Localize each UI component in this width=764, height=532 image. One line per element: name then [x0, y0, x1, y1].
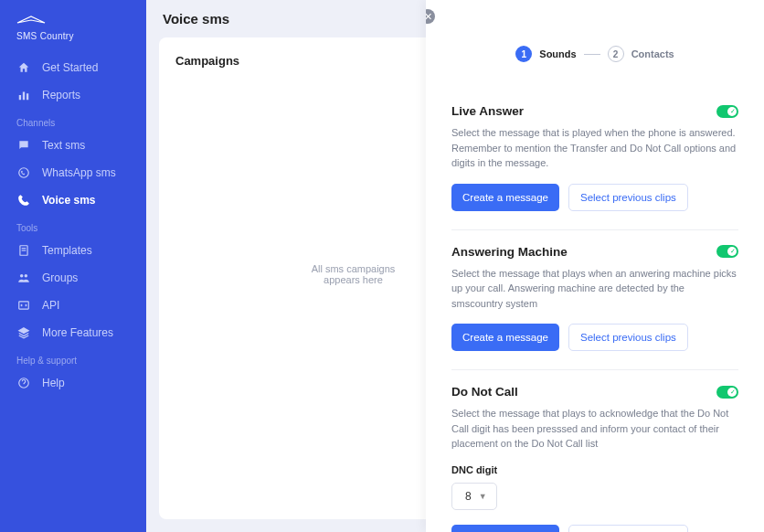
section-do-not-call: Do Not Call ✓ Select the message that pl…	[451, 370, 738, 532]
code-icon	[16, 299, 31, 312]
whatsapp-icon	[16, 166, 31, 179]
nav-voice-sms[interactable]: Voice sms	[0, 186, 146, 214]
nav-more-features[interactable]: More Features	[0, 319, 146, 346]
nav-get-started[interactable]: Get Started	[0, 54, 146, 81]
answering-machine-toggle[interactable]: ✓	[716, 245, 738, 258]
dnc-digit-value: 8	[465, 490, 472, 503]
logo-icon	[16, 15, 46, 27]
step-indicator: 1 Sounds 2 Contacts	[451, 46, 738, 62]
nav-text-sms[interactable]: Text sms	[0, 132, 146, 159]
nav-label: Templates	[42, 244, 92, 257]
answering-machine-desc: Select the message that plays when an an…	[451, 266, 738, 312]
brand-name: SMS Country	[16, 31, 74, 41]
do-not-call-desc: Select the message that plays to acknowl…	[451, 406, 738, 452]
nav-api[interactable]: API	[0, 292, 146, 319]
do-not-call-title: Do Not Call	[451, 385, 518, 399]
live-answer-create-button[interactable]: Create a message	[451, 184, 559, 211]
svg-rect-0	[19, 95, 21, 100]
answering-machine-title: Answering Machine	[451, 245, 568, 259]
phone-icon	[16, 194, 31, 207]
sidebar: SMS Country Get Started Reports Channels…	[0, 0, 146, 532]
svg-point-3	[19, 168, 29, 178]
live-answer-title: Live Answer	[451, 104, 524, 118]
nav-label: Groups	[42, 271, 78, 284]
do-not-call-create-button[interactable]: Create a message	[451, 525, 559, 533]
nav-label: Reports	[42, 89, 80, 101]
bar-icon	[16, 89, 31, 101]
step-line	[584, 54, 600, 55]
do-not-call-select-button[interactable]: Select previous clips	[568, 525, 688, 533]
nav-label: Text sms	[42, 139, 85, 152]
nav-label: Help	[42, 377, 65, 389]
section-channels: Channels	[0, 109, 146, 132]
step-1-circle[interactable]: 1	[515, 46, 532, 62]
chat-icon	[16, 139, 31, 152]
dnc-digit-select[interactable]: 8 ▼	[451, 483, 497, 510]
nav-reports[interactable]: Reports	[0, 81, 146, 109]
layers-icon	[16, 326, 31, 339]
nav-templates[interactable]: Templates	[0, 237, 146, 264]
live-answer-desc: Select the message that is played when t…	[451, 125, 738, 171]
group-icon	[16, 271, 31, 284]
nav-whatsapp-sms[interactable]: WhatsApp sms	[0, 159, 146, 186]
svg-point-8	[25, 274, 27, 278]
svg-point-7	[20, 274, 24, 278]
svg-rect-1	[23, 92, 25, 101]
section-tools: Tools	[0, 214, 146, 237]
section-answering-machine: Answering Machine ✓ Select the message t…	[451, 230, 738, 371]
sounds-panel: ✕ 1 Sounds 2 Contacts Live Answer ✓ Sele…	[426, 0, 764, 532]
home-icon	[16, 61, 31, 74]
dnc-digit-label: DNC digit	[451, 464, 738, 475]
brand-logo: SMS Country	[0, 15, 146, 54]
nav-label: WhatsApp sms	[42, 166, 116, 179]
do-not-call-toggle[interactable]: ✓	[716, 386, 738, 399]
nav-label: API	[42, 299, 59, 312]
nav-groups[interactable]: Groups	[0, 264, 146, 292]
answering-machine-select-button[interactable]: Select previous clips	[568, 324, 688, 351]
live-answer-toggle[interactable]: ✓	[716, 105, 738, 118]
nav-label: Get Started	[42, 61, 98, 74]
nav-help[interactable]: Help	[0, 369, 146, 397]
nav-label: Voice sms	[42, 194, 95, 207]
section-help: Help & support	[0, 346, 146, 369]
chevron-down-icon: ▼	[479, 492, 487, 501]
live-answer-select-button[interactable]: Select previous clips	[568, 184, 688, 211]
help-icon	[16, 377, 31, 389]
nav-label: More Features	[42, 326, 113, 339]
answering-machine-create-button[interactable]: Create a message	[451, 324, 559, 351]
step-2-circle[interactable]: 2	[608, 46, 624, 62]
doc-icon	[16, 244, 31, 257]
step-1-label: Sounds	[539, 48, 576, 59]
step-2-label: Contacts	[631, 48, 674, 59]
section-live-answer: Live Answer ✓ Select the message that is…	[451, 90, 738, 230]
close-icon[interactable]: ✕	[426, 9, 435, 24]
svg-rect-2	[27, 93, 28, 100]
